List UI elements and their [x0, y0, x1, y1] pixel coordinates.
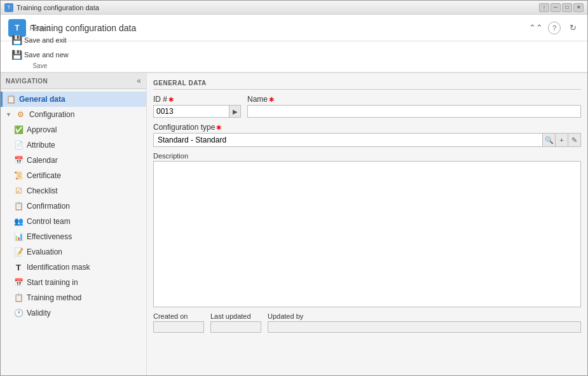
name-required-star: ✱	[269, 96, 274, 103]
app-header-right: ⌃⌃ ? ↻	[529, 21, 580, 35]
last-updated-input	[210, 321, 261, 333]
training-method-icon: 📋	[13, 293, 24, 303]
sidebar-item-identification-mask[interactable]: T Identification mask	[1, 260, 146, 275]
start-training-icon: 📅	[13, 277, 24, 288]
sidebar-header: NAVIGATION «	[1, 73, 146, 89]
evaluation-icon: 📝	[13, 247, 24, 257]
updated-by-input	[268, 321, 581, 333]
sidebar-item-checklist[interactable]: ☑ Checklist	[1, 183, 146, 198]
config-type-search-btn[interactable]: 🔍	[543, 133, 556, 147]
config-type-buttons: 🔍 + ✎	[543, 133, 581, 147]
sidebar-item-configuration[interactable]: ▼ ⚙ Configuration	[1, 107, 146, 122]
nav-label-effectiveness: Effectiveness	[27, 232, 72, 241]
toolbar-save-group: Record 💾 Save and exit 💾 Save and new Sa…	[7, 25, 73, 69]
sidebar-item-start-training-in[interactable]: 📅 Start training in	[1, 275, 146, 290]
maximize-btn[interactable]: □	[562, 3, 572, 12]
title-bar: T Training configuration data ⋮ ─ □ ✕	[1, 1, 587, 15]
config-type-input[interactable]	[153, 133, 543, 147]
config-arrow-icon: ▼	[6, 111, 11, 118]
created-on-label: Created on	[153, 312, 204, 320]
nav-label-attribute: Attribute	[27, 141, 55, 150]
calendar-icon: 📅	[13, 155, 24, 165]
description-row: Description	[153, 152, 581, 307]
id-field: ID # ✱ ▶	[153, 95, 241, 118]
refresh-icon[interactable]: ↻	[566, 21, 580, 35]
id-name-row: ID # ✱ ▶ Name ✱	[153, 95, 581, 118]
sidebar-item-validity[interactable]: 🕐 Validity	[1, 305, 146, 321]
window-controls: ⋮ ─ □ ✕	[539, 3, 584, 12]
sidebar-collapse-btn[interactable]: «	[137, 76, 141, 85]
nav-label-general-data: General data	[19, 95, 65, 104]
nav-label-approval: Approval	[27, 125, 57, 134]
window-title: Training configuration data	[17, 4, 99, 11]
chevron-up-icon[interactable]: ⌃⌃	[529, 21, 543, 35]
approval-icon: ✅	[13, 125, 24, 135]
sidebar-item-confirmation[interactable]: 📋 Confirmation	[1, 198, 146, 214]
window-more-btn[interactable]: ⋮	[539, 3, 549, 12]
id-arrow-button[interactable]: ▶	[229, 105, 241, 118]
save-new-icon: 💾	[11, 50, 22, 60]
content-area: GENERAL DATA ID # ✱ ▶ Name ✱	[147, 73, 587, 375]
name-label: Name ✱	[247, 95, 581, 104]
save-new-button[interactable]: 💾 Save and new	[7, 48, 73, 62]
created-on-input	[153, 321, 204, 333]
main-content: NAVIGATION « 📋 General data ▼ ⚙ Configur…	[1, 73, 587, 375]
config-type-edit-btn[interactable]: ✎	[568, 133, 581, 147]
nav-label-configuration: Configuration	[29, 110, 74, 119]
section-header: GENERAL DATA	[153, 80, 581, 90]
sidebar-item-evaluation[interactable]: 📝 Evaluation	[1, 244, 146, 260]
validity-icon: 🕐	[13, 308, 24, 318]
close-btn[interactable]: ✕	[573, 3, 584, 12]
help-icon[interactable]: ?	[548, 22, 561, 34]
nav-label-confirmation: Confirmation	[27, 202, 70, 211]
config-type-required-star: ✱	[216, 124, 221, 131]
id-input-wrapper: ▶	[153, 105, 241, 118]
certificate-icon: 📜	[13, 171, 24, 181]
toolbar-group-label: Record	[30, 25, 50, 32]
effectiveness-icon: 📊	[13, 232, 24, 242]
name-field: Name ✱	[247, 95, 581, 118]
last-updated-field: Last updated	[210, 312, 261, 333]
sidebar-item-control-team[interactable]: 👥 Control team	[1, 214, 146, 229]
general-data-icon: 📋	[6, 94, 16, 104]
save-group-label: Save	[32, 62, 47, 69]
nav-label-start-training-in: Start training in	[27, 278, 78, 287]
save-exit-icon: 💾	[11, 35, 22, 45]
footer-row: Created on Last updated Updated by	[153, 312, 581, 333]
main-window: T Training configuration data ⋮ ─ □ ✕ T …	[0, 0, 588, 376]
nav-label-evaluation: Evaluation	[27, 247, 62, 256]
description-field: Description	[153, 152, 581, 307]
app-icon: T	[4, 3, 13, 12]
save-new-label: Save and new	[24, 51, 69, 59]
created-on-field: Created on	[153, 312, 204, 333]
id-required-star: ✱	[168, 96, 174, 103]
sidebar-item-training-method[interactable]: 📋 Training method	[1, 290, 146, 305]
config-type-label: Configuration type ✱	[153, 123, 581, 132]
sidebar-title: NAVIGATION	[6, 78, 48, 85]
description-label: Description	[153, 152, 581, 160]
sidebar-item-certificate[interactable]: 📜 Certificate	[1, 168, 146, 183]
toolbar-items: 💾 Save and exit 💾 Save and new	[7, 33, 73, 62]
save-exit-button[interactable]: 💾 Save and exit	[7, 33, 73, 47]
config-type-row: Configuration type ✱ 🔍 + ✎	[153, 123, 581, 147]
sidebar-nav: 📋 General data ▼ ⚙ Configuration ✅ Appro…	[1, 89, 146, 375]
config-type-wrapper: 🔍 + ✎	[153, 133, 581, 147]
name-input[interactable]	[247, 105, 581, 118]
nav-label-calendar: Calendar	[27, 156, 58, 165]
config-type-field: Configuration type ✱ 🔍 + ✎	[153, 123, 581, 147]
nav-label-training-method: Training method	[27, 293, 81, 302]
minimize-btn[interactable]: ─	[550, 3, 561, 12]
id-input[interactable]	[153, 105, 229, 118]
config-type-add-btn[interactable]: +	[556, 133, 568, 147]
nav-label-identification-mask: Identification mask	[27, 263, 90, 272]
sidebar-item-effectiveness[interactable]: 📊 Effectiveness	[1, 229, 146, 244]
sidebar: NAVIGATION « 📋 General data ▼ ⚙ Configur…	[1, 73, 147, 375]
sidebar-item-calendar[interactable]: 📅 Calendar	[1, 153, 146, 168]
sidebar-item-approval[interactable]: ✅ Approval	[1, 122, 146, 137]
save-exit-label: Save and exit	[24, 36, 67, 44]
updated-by-field: Updated by	[268, 312, 581, 333]
sidebar-item-general-data[interactable]: 📋 General data	[1, 92, 146, 107]
nav-label-validity: Validity	[27, 309, 51, 317]
sidebar-item-attribute[interactable]: 📄 Attribute	[1, 137, 146, 153]
description-textarea[interactable]	[153, 161, 581, 307]
